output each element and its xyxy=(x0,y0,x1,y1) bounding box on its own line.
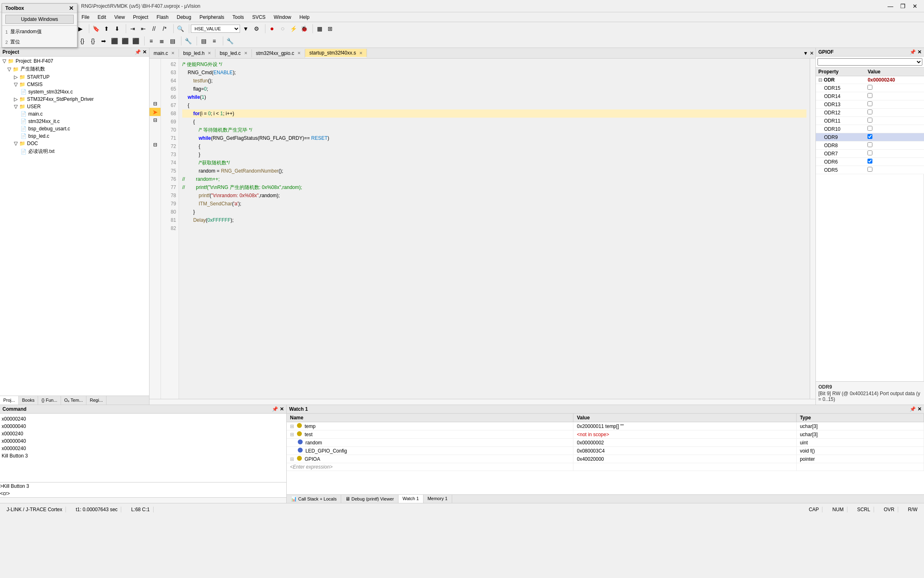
watch-close-btn[interactable]: ✕ xyxy=(917,406,922,412)
odr9-value[interactable] xyxy=(865,133,924,141)
menu-help[interactable]: Help xyxy=(295,14,314,21)
watch-enter-expression[interactable]: <Enter expression> xyxy=(287,463,573,471)
tree-folder-doc[interactable]: ▽ 📁 DOC xyxy=(1,140,148,147)
menu-svcs[interactable]: SVCS xyxy=(248,14,270,21)
menu-window[interactable]: Window xyxy=(270,14,295,21)
tb-debug[interactable]: 🐞 xyxy=(299,24,309,33)
code-scrollbar-v[interactable] xyxy=(810,59,815,399)
watch-row-led-gpio[interactable]: LED_GPIO_Config 0x080003C4 void f() xyxy=(287,447,924,455)
tab-call-stack[interactable]: 📊 Call Stack + Locals xyxy=(287,495,341,503)
command-close-btn[interactable]: ✕ xyxy=(280,406,284,412)
prop-row-odr11[interactable]: ODR11 xyxy=(816,117,924,125)
toolbox-item-2[interactable]: 2 置位 xyxy=(2,37,77,47)
update-windows-button[interactable]: Update Windows xyxy=(5,15,74,24)
odr8-value[interactable] xyxy=(865,141,924,150)
watch-row-enter[interactable]: <Enter expression> xyxy=(287,463,924,471)
odr12-value[interactable] xyxy=(865,109,924,117)
hse-value-combo[interactable]: HSE_VALUE xyxy=(191,25,240,33)
tb-r2-13[interactable]: 🔧 xyxy=(225,36,235,46)
tb-find[interactable]: 🔍 xyxy=(175,24,185,33)
menu-file[interactable]: File xyxy=(77,14,93,21)
menu-flash[interactable]: Flash xyxy=(152,14,172,21)
odr10-value[interactable] xyxy=(865,125,924,133)
tb-r2-2[interactable]: {} xyxy=(88,36,98,46)
odr15-value[interactable] xyxy=(865,84,924,92)
tb-r2-11[interactable]: ▤ xyxy=(199,36,208,46)
tb-r2-5[interactable]: ⬛ xyxy=(120,36,130,46)
tb-stop[interactable]: ○ xyxy=(278,24,288,33)
gpiof-controls[interactable]: 📌 ✕ xyxy=(910,49,922,55)
tb-r2-12[interactable]: ≡ xyxy=(209,36,219,46)
odr6-checkbox[interactable] xyxy=(867,159,872,164)
odr6-value[interactable] xyxy=(865,158,924,166)
tab-memory-1[interactable]: Memory 1 xyxy=(424,495,452,503)
tree-folder-user[interactable]: ▽ 📁 USER xyxy=(1,103,148,110)
toolbox-close-button[interactable]: ✕ xyxy=(69,5,74,11)
tab-close-all-btn[interactable]: ✕ xyxy=(810,50,814,56)
odr5-value[interactable] xyxy=(865,166,924,174)
menu-peripherals[interactable]: Peripherals xyxy=(195,14,229,21)
tb-r2-1[interactable]: {} xyxy=(77,36,87,46)
watch-row-test[interactable]: ⊞ test <not in scope> uchar[3] xyxy=(287,430,924,439)
tab-end-controls[interactable]: ▼ ✕ xyxy=(802,50,815,56)
odr13-value[interactable] xyxy=(865,100,924,109)
prop-row-odr7[interactable]: ODR7 xyxy=(816,150,924,158)
code-text-area[interactable]: /* 使能RNG外设 */ RNG_Cmd(ENABLE); testfun()… xyxy=(179,59,810,399)
watch-row-gpioa[interactable]: ⊞ GPIOA 0x40020000 pointer xyxy=(287,455,924,463)
odr5-checkbox[interactable] xyxy=(867,167,872,172)
tree-project-root[interactable]: ▽ 📁 Project: BH-F407 xyxy=(1,57,148,65)
prop-row-odr14[interactable]: ODR14 xyxy=(816,92,924,100)
watch-row-temp[interactable]: ⊞ temp 0x20000011 temp[] "" uchar[3] xyxy=(287,422,924,430)
expand-gpioa-icon[interactable]: ⊞ xyxy=(290,456,294,462)
tree-file-system[interactable]: 📄 system_stm32f4xx.c xyxy=(1,88,148,96)
tb-run[interactable]: ● xyxy=(267,24,277,33)
project-tree[interactable]: ▽ 📁 Project: BH-F407 ▽ 📁 产生随机数 ▷ 📁 START… xyxy=(0,57,149,396)
tab-bsp-led-h[interactable]: bsp_led.h ✕ xyxy=(179,49,215,57)
tab-watch-1[interactable]: Watch 1 xyxy=(399,495,424,503)
prop-row-odr10[interactable]: ODR10 xyxy=(816,125,924,133)
minimize-button[interactable]: — xyxy=(885,2,896,10)
odr8-checkbox[interactable] xyxy=(867,142,872,147)
prop-row-odr12[interactable]: ODR12 xyxy=(816,109,924,117)
tree-file-led[interactable]: 📄 bsp_led.c xyxy=(1,132,148,140)
watch-row-random[interactable]: random 0x00000002 uint xyxy=(287,439,924,447)
command-scrollbar-h[interactable] xyxy=(0,497,286,503)
tb-r2-8[interactable]: ≣ xyxy=(157,36,167,46)
tb-r2-7[interactable]: ≡ xyxy=(146,36,156,46)
tb-r2-9[interactable]: ▤ xyxy=(168,36,177,46)
tree-file-usart[interactable]: 📄 bsp_debug_usart.c xyxy=(1,125,148,132)
tb-settings[interactable]: ⚙ xyxy=(251,24,261,33)
gutter-69[interactable]: ⊟ xyxy=(149,116,161,124)
expand-test-icon[interactable]: ⊞ xyxy=(290,432,294,437)
gpiof-select[interactable] xyxy=(818,58,922,66)
tb-reset[interactable]: ⚡ xyxy=(288,24,298,33)
tab-bsp-led-c[interactable]: bsp_led.c ✕ xyxy=(215,49,251,57)
prop-row-odr15[interactable]: ODR15 xyxy=(816,84,924,92)
tree-folder-random[interactable]: ▽ 📁 产生随机数 xyxy=(1,65,148,73)
tb-uncomment[interactable]: /* xyxy=(160,24,170,33)
project-panel-pin[interactable]: 📌 xyxy=(135,49,141,55)
project-panel-close[interactable]: ✕ xyxy=(143,49,147,55)
menu-view[interactable]: View xyxy=(110,14,129,21)
toolbox-popup[interactable]: Toolbox ✕ Update Windows 1 显示random值 2 置… xyxy=(2,3,77,48)
tree-folder-driver[interactable]: ▷ 📁 STM32F4xx_StdPeriph_Driver xyxy=(1,96,148,103)
odr14-value[interactable] xyxy=(865,92,924,100)
odr11-value[interactable] xyxy=(865,117,924,125)
tab-close-bsp-led-c[interactable]: ✕ xyxy=(244,51,247,55)
prop-scroll[interactable] xyxy=(816,174,924,381)
tab-close-bsp-led-h[interactable]: ✕ xyxy=(208,51,211,55)
tree-file-main[interactable]: 📄 main.c xyxy=(1,110,148,118)
menu-debug[interactable]: Debug xyxy=(173,14,195,21)
expand-temp-icon[interactable]: ⊞ xyxy=(290,423,294,429)
tb-combo-btn1[interactable]: ▼ xyxy=(241,24,251,33)
odr12-checkbox[interactable] xyxy=(867,109,872,114)
close-button[interactable]: ✕ xyxy=(909,2,921,10)
odr-expand-icon[interactable]: ⊟ xyxy=(818,77,822,83)
toolbox-item-1[interactable]: 1 显示random值 xyxy=(2,27,77,37)
tb-bookmark[interactable]: 🔖 xyxy=(91,24,101,33)
gpiof-pin-btn[interactable]: 📌 xyxy=(910,49,916,55)
tb-layout[interactable]: ⊞ xyxy=(325,24,335,33)
prop-row-odr6[interactable]: ODR6 xyxy=(816,158,924,166)
tb-unindent[interactable]: ⇤ xyxy=(138,24,148,33)
tab-debug-printf[interactable]: 🖥 Debug (printf) Viewer xyxy=(341,495,399,503)
